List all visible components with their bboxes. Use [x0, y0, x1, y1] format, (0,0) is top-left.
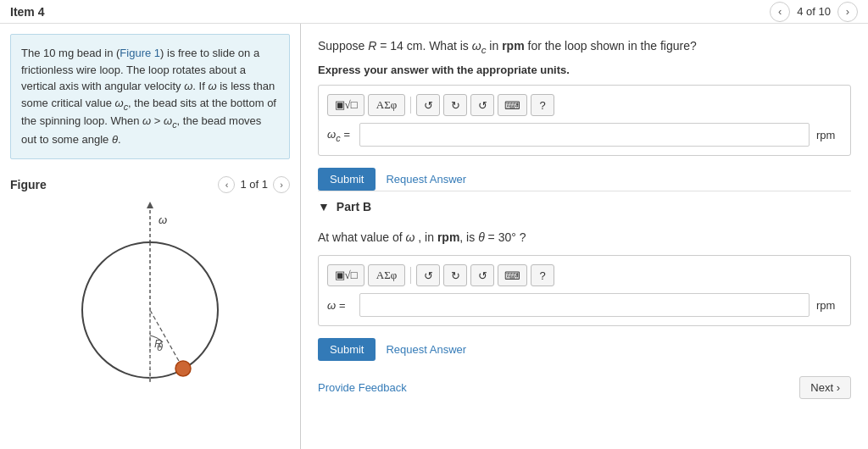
- undo-button[interactable]: ↺: [416, 94, 440, 116]
- keyboard-button[interactable]: ⌨: [498, 94, 527, 116]
- toolbar-separator: [410, 97, 411, 114]
- prev-nav-button[interactable]: ‹: [770, 2, 790, 22]
- item-title: Item 4: [10, 5, 44, 19]
- figure-title: Figure: [10, 178, 47, 191]
- figure-next-button[interactable]: ›: [273, 176, 290, 193]
- svg-text:ω: ω: [159, 213, 167, 226]
- provide-feedback-link[interactable]: Provide Feedback: [318, 381, 407, 394]
- part-b-answer-box: ▣√□ ΑΣφ ↺ ↻ ↺ ⌨ ? ω = rpm: [318, 255, 851, 326]
- part-b-request-answer-link[interactable]: Request Answer: [386, 343, 466, 356]
- part-b-question: At what value of ω , in rpm, is θ = 30° …: [318, 229, 851, 247]
- part-a-question: Suppose R = 14 cm. What is ωc in rpm for…: [318, 37, 851, 57]
- right-panel: Suppose R = 14 cm. What is ωc in rpm for…: [301, 24, 868, 449]
- part-b-help-button[interactable]: ?: [531, 264, 554, 286]
- page-info: 4 of 10: [797, 5, 831, 18]
- part-a-answer-box: ▣√□ ΑΣφ ↺ ↻ ↺ ⌨ ? ωc = rpm: [318, 85, 851, 156]
- part-b-header: ▼ Part B: [318, 191, 851, 219]
- part-b-label: Part B: [337, 200, 371, 213]
- figure-page-info: 1 of 1: [240, 178, 268, 191]
- part-b-redo-button[interactable]: ↻: [443, 264, 467, 286]
- figure-svg: ω R θ: [31, 200, 269, 382]
- next-button[interactable]: Next ›: [799, 376, 851, 399]
- figure-link[interactable]: Figure 1: [120, 47, 160, 59]
- express-units-text: Express your answer with the appropriate…: [318, 64, 851, 76]
- part-b-input-label: ω =: [327, 299, 353, 312]
- problem-text: The 10 mg bead in (Figure 1) is free to …: [10, 34, 290, 159]
- part-a-submit-button[interactable]: Submit: [318, 168, 376, 191]
- part-b-refresh-button[interactable]: ↺: [470, 264, 494, 286]
- refresh-button[interactable]: ↺: [470, 94, 494, 116]
- svg-point-9: [175, 361, 191, 376]
- figure-canvas: ω R θ: [31, 200, 269, 382]
- left-panel: The 10 mg bead in (Figure 1) is free to …: [0, 24, 301, 449]
- part-b-unit: rpm: [816, 299, 842, 312]
- part-a-unit: rpm: [816, 129, 842, 141]
- help-button[interactable]: ?: [531, 94, 554, 116]
- part-b-answer-input[interactable]: [359, 293, 810, 317]
- part-b-keyboard-button[interactable]: ⌨: [498, 264, 527, 286]
- part-b-toolbar: ▣√□ ΑΣφ ↺ ↻ ↺ ⌨ ?: [327, 264, 842, 286]
- part-b-math-template-button[interactable]: ▣√□: [327, 264, 364, 286]
- part-a-input-row: ωc = rpm: [327, 123, 842, 147]
- footer-row: Provide Feedback Next ›: [318, 369, 851, 399]
- math-template-button[interactable]: ▣√□: [327, 94, 364, 116]
- part-a-action-row: Submit Request Answer: [318, 168, 851, 191]
- part-b-greek-symbols-button[interactable]: ΑΣφ: [368, 264, 405, 286]
- part-a-toolbar: ▣√□ ΑΣφ ↺ ↻ ↺ ⌨ ?: [327, 94, 842, 116]
- redo-button[interactable]: ↻: [443, 94, 467, 116]
- svg-text:θ: θ: [157, 341, 163, 353]
- figure-prev-button[interactable]: ‹: [218, 176, 235, 193]
- greek-symbols-button[interactable]: ΑΣφ: [368, 94, 405, 116]
- next-nav-button[interactable]: ›: [837, 2, 858, 22]
- part-b-toggle[interactable]: ▼: [318, 200, 330, 213]
- part-b-input-row: ω = rpm: [327, 293, 842, 317]
- part-b-action-row: Submit Request Answer: [318, 338, 851, 361]
- part-a-request-answer-link[interactable]: Request Answer: [386, 173, 466, 186]
- part-b-submit-button[interactable]: Submit: [318, 338, 376, 361]
- figure-section: Figure ‹ 1 of 1 › ω: [0, 169, 300, 389]
- svg-marker-1: [147, 202, 153, 208]
- part-b-undo-button[interactable]: ↺: [416, 264, 440, 286]
- part-b-toolbar-separator: [410, 267, 411, 284]
- part-a-input-label: ωc =: [327, 128, 353, 143]
- part-a-answer-input[interactable]: [359, 123, 810, 147]
